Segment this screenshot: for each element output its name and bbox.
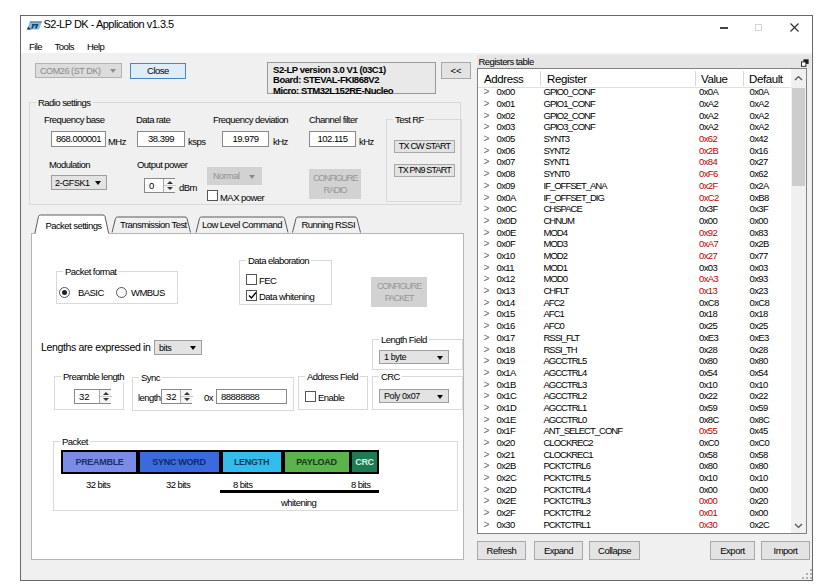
svg-text:Packet settings: Packet settings (45, 220, 102, 231)
svg-text:Transmission Test: Transmission Test (120, 219, 188, 230)
svg-text:Running RSSI: Running RSSI (301, 219, 355, 230)
svg-text:Low Level Command: Low Level Command (202, 219, 282, 230)
